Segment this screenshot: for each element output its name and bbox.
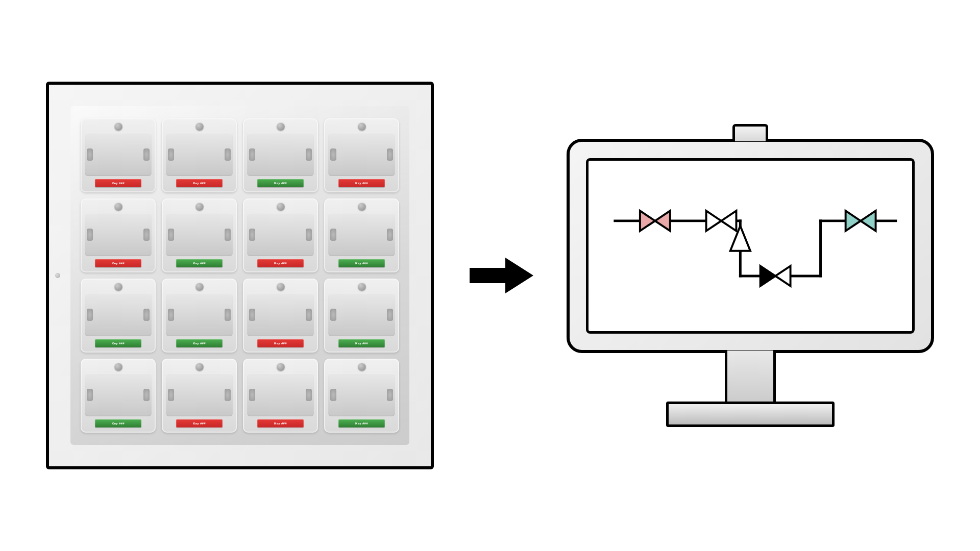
module-tag: Key ### — [338, 259, 385, 267]
module-body — [328, 373, 395, 416]
module-tag: Key ### — [338, 339, 385, 347]
status-led-icon — [358, 363, 366, 371]
svg-marker-18 — [846, 211, 861, 231]
panel-module: Key ### — [81, 198, 156, 272]
panel-module: Key ### — [324, 279, 399, 353]
module-body — [247, 133, 314, 176]
monitor — [567, 124, 934, 427]
panel-module: Key ### — [81, 279, 156, 353]
module-body — [328, 293, 395, 336]
module-tag: Key ### — [257, 339, 304, 347]
module-grid: Key ###Key ###Key ###Key ###Key ###Key #… — [70, 106, 409, 445]
svg-marker-19 — [861, 211, 875, 231]
module-body — [166, 373, 233, 416]
svg-marker-14 — [721, 211, 736, 231]
status-led-icon — [277, 363, 285, 371]
panel-module: Key ### — [243, 279, 318, 353]
module-body — [328, 213, 395, 256]
status-led-icon — [195, 363, 204, 371]
panel-module: Key ### — [324, 198, 399, 272]
panel-module: Key ### — [324, 118, 399, 192]
module-tag: Key ### — [95, 339, 142, 347]
panel-module: Key ### — [243, 198, 318, 272]
svg-marker-13 — [706, 211, 721, 231]
arrow-icon — [464, 253, 536, 298]
valve-icon — [846, 211, 876, 231]
module-body — [247, 213, 314, 256]
status-led-icon — [114, 203, 122, 211]
pid-diagram — [589, 161, 912, 331]
module-body — [166, 293, 233, 336]
panel-module: Key ### — [162, 198, 237, 272]
status-led-icon — [277, 122, 285, 131]
status-led-icon — [277, 283, 285, 291]
status-led-icon — [195, 283, 204, 291]
module-tag: Key ### — [176, 179, 223, 187]
status-led-icon — [358, 283, 366, 291]
status-led-icon — [114, 363, 122, 371]
module-tag: Key ### — [338, 419, 385, 428]
svg-marker-12 — [655, 211, 670, 231]
module-tag: Key ### — [176, 419, 223, 428]
module-tag: Key ### — [176, 259, 223, 267]
module-tag: Key ### — [95, 259, 142, 267]
status-led-icon — [114, 283, 122, 291]
svg-marker-11 — [640, 211, 655, 231]
panel-module: Key ### — [243, 359, 318, 433]
module-body — [328, 133, 395, 176]
status-led-icon — [277, 203, 285, 211]
module-body — [85, 293, 152, 336]
module-tag: Key ### — [95, 419, 142, 428]
control-cabinet: Key ###Key ###Key ###Key ###Key ###Key #… — [46, 82, 434, 469]
module-tag: Key ### — [257, 419, 304, 428]
module-body — [85, 373, 152, 416]
panel-module: Key ### — [243, 118, 318, 192]
valve-icon — [640, 211, 670, 231]
module-body — [247, 293, 314, 336]
panel-module: Key ### — [81, 118, 156, 192]
panel-module: Key ### — [324, 359, 399, 433]
status-led-icon — [195, 203, 204, 211]
monitor-screen — [586, 158, 915, 334]
module-body — [247, 373, 314, 416]
svg-marker-17 — [775, 266, 790, 286]
module-tag: Key ### — [95, 179, 142, 187]
module-body — [166, 133, 233, 176]
monitor-frame — [567, 139, 934, 353]
module-body — [166, 213, 233, 256]
valve-icon — [706, 211, 737, 231]
webcam-icon — [732, 124, 768, 141]
panel-module: Key ### — [81, 359, 156, 433]
svg-marker-16 — [761, 266, 775, 286]
module-body — [85, 213, 152, 256]
panel-module: Key ### — [162, 279, 237, 353]
module-tag: Key ### — [176, 339, 223, 347]
panel-module: Key ### — [162, 118, 237, 192]
monitor-neck — [725, 350, 776, 402]
valve-icon — [761, 266, 791, 286]
module-tag: Key ### — [338, 179, 385, 187]
module-tag: Key ### — [257, 259, 304, 267]
monitor-base — [666, 402, 835, 427]
status-led-icon — [114, 122, 122, 131]
svg-marker-0 — [470, 258, 533, 293]
module-body — [85, 133, 152, 176]
module-tag: Key ### — [257, 179, 304, 187]
status-led-icon — [358, 203, 366, 211]
status-led-icon — [195, 122, 204, 131]
panel-module: Key ### — [162, 359, 237, 433]
status-led-icon — [358, 122, 366, 131]
